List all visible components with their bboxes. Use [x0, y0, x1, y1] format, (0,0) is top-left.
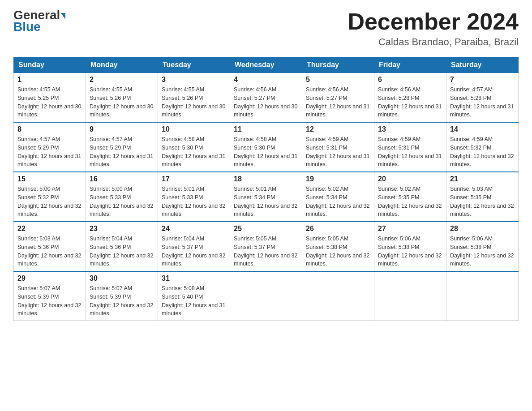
calendar-day-cell: 9 Sunrise: 4:57 AMSunset: 5:29 PMDayligh… [86, 122, 158, 172]
calendar-day-cell: 1 Sunrise: 4:55 AMSunset: 5:25 PMDayligh… [14, 73, 86, 123]
calendar-day-cell: 16 Sunrise: 5:00 AMSunset: 5:33 PMDaylig… [86, 172, 158, 222]
day-number: 3 [162, 76, 226, 84]
location-title: Caldas Brandao, Paraiba, Brazil [348, 36, 519, 48]
weekday-header-tuesday: Tuesday [158, 57, 230, 73]
day-number: 18 [234, 175, 298, 183]
day-info: Sunrise: 4:56 AMSunset: 5:27 PMDaylight:… [306, 86, 369, 118]
weekday-header-saturday: Saturday [446, 57, 519, 73]
day-info: Sunrise: 5:01 AMSunset: 5:34 PMDaylight:… [234, 186, 297, 217]
calendar-week-row: 1 Sunrise: 4:55 AMSunset: 5:25 PMDayligh… [14, 73, 519, 123]
calendar-day-cell: 2 Sunrise: 4:55 AMSunset: 5:26 PMDayligh… [86, 73, 158, 123]
day-info: Sunrise: 5:04 AMSunset: 5:37 PMDaylight:… [162, 235, 225, 267]
month-title: December 2024 [348, 9, 519, 34]
calendar-day-cell: 31 Sunrise: 5:08 AMSunset: 5:40 PMDaylig… [158, 271, 230, 321]
day-info: Sunrise: 5:00 AMSunset: 5:33 PMDaylight:… [90, 186, 153, 217]
day-number: 29 [17, 274, 82, 283]
logo: General Blue [13, 9, 65, 33]
calendar-day-cell: 11 Sunrise: 4:58 AMSunset: 5:30 PMDaylig… [230, 122, 302, 172]
day-info: Sunrise: 5:08 AMSunset: 5:40 PMDaylight:… [162, 285, 225, 317]
calendar-week-row: 29 Sunrise: 5:07 AMSunset: 5:39 PMDaylig… [14, 271, 519, 321]
day-info: Sunrise: 5:06 AMSunset: 5:38 PMDaylight:… [450, 235, 514, 267]
calendar-day-cell: 17 Sunrise: 5:01 AMSunset: 5:33 PMDaylig… [158, 172, 230, 222]
calendar-table: SundayMondayTuesdayWednesdayThursdayFrid… [13, 57, 519, 321]
calendar-day-cell: 27 Sunrise: 5:06 AMSunset: 5:38 PMDaylig… [374, 222, 446, 271]
day-info: Sunrise: 4:57 AMSunset: 5:29 PMDaylight:… [90, 136, 153, 167]
day-info: Sunrise: 4:57 AMSunset: 5:29 PMDaylight:… [17, 136, 81, 167]
weekday-header-row: SundayMondayTuesdayWednesdayThursdayFrid… [14, 57, 519, 73]
day-info: Sunrise: 5:03 AMSunset: 5:36 PMDaylight:… [17, 235, 81, 267]
title-block: December 2024 Caldas Brandao, Paraiba, B… [348, 9, 519, 48]
calendar-day-cell: 4 Sunrise: 4:56 AMSunset: 5:27 PMDayligh… [230, 73, 302, 123]
logo-blue-text: Blue [13, 21, 41, 33]
day-info: Sunrise: 4:55 AMSunset: 5:26 PMDaylight:… [162, 86, 225, 118]
weekday-header-wednesday: Wednesday [230, 57, 302, 73]
calendar-day-cell: 29 Sunrise: 5:07 AMSunset: 5:39 PMDaylig… [14, 271, 86, 321]
weekday-header-sunday: Sunday [14, 57, 86, 73]
day-number: 2 [90, 76, 154, 84]
day-number: 8 [17, 125, 82, 133]
calendar-day-cell: 24 Sunrise: 5:04 AMSunset: 5:37 PMDaylig… [158, 222, 230, 271]
day-info: Sunrise: 5:07 AMSunset: 5:39 PMDaylight:… [90, 285, 153, 317]
day-number: 11 [234, 125, 298, 133]
day-info: Sunrise: 5:00 AMSunset: 5:32 PMDaylight:… [17, 186, 81, 217]
calendar-week-row: 22 Sunrise: 5:03 AMSunset: 5:36 PMDaylig… [14, 222, 519, 271]
day-number: 23 [90, 225, 154, 233]
calendar-day-cell: 22 Sunrise: 5:03 AMSunset: 5:36 PMDaylig… [14, 222, 86, 271]
page-header: General Blue December 2024 Caldas Branda… [13, 9, 519, 48]
calendar-day-cell: 28 Sunrise: 5:06 AMSunset: 5:38 PMDaylig… [446, 222, 519, 271]
calendar-week-row: 15 Sunrise: 5:00 AMSunset: 5:32 PMDaylig… [14, 172, 519, 222]
day-info: Sunrise: 5:01 AMSunset: 5:33 PMDaylight:… [162, 186, 225, 217]
day-info: Sunrise: 5:05 AMSunset: 5:37 PMDaylight:… [234, 235, 297, 267]
day-number: 6 [378, 76, 442, 84]
day-info: Sunrise: 5:07 AMSunset: 5:39 PMDaylight:… [17, 285, 81, 317]
weekday-header-friday: Friday [374, 57, 446, 73]
calendar-day-cell: 30 Sunrise: 5:07 AMSunset: 5:39 PMDaylig… [86, 271, 158, 321]
day-number: 26 [306, 225, 370, 233]
day-number: 25 [234, 225, 298, 233]
day-info: Sunrise: 4:56 AMSunset: 5:27 PMDaylight:… [234, 86, 297, 118]
day-info: Sunrise: 5:06 AMSunset: 5:38 PMDaylight:… [378, 235, 442, 267]
day-number: 21 [450, 175, 515, 183]
day-info: Sunrise: 4:55 AMSunset: 5:26 PMDaylight:… [90, 86, 153, 118]
day-number: 10 [162, 125, 226, 133]
day-number: 1 [17, 76, 82, 84]
day-info: Sunrise: 5:04 AMSunset: 5:36 PMDaylight:… [90, 235, 153, 267]
day-info: Sunrise: 4:59 AMSunset: 5:31 PMDaylight:… [378, 136, 442, 167]
calendar-day-cell [374, 271, 446, 321]
day-number: 12 [306, 125, 370, 133]
day-number: 13 [378, 125, 442, 133]
calendar-day-cell: 8 Sunrise: 4:57 AMSunset: 5:29 PMDayligh… [14, 122, 86, 172]
calendar-week-row: 8 Sunrise: 4:57 AMSunset: 5:29 PMDayligh… [14, 122, 519, 172]
day-number: 27 [378, 225, 442, 233]
day-number: 17 [162, 175, 226, 183]
calendar-day-cell: 3 Sunrise: 4:55 AMSunset: 5:26 PMDayligh… [158, 73, 230, 123]
calendar-day-cell: 15 Sunrise: 5:00 AMSunset: 5:32 PMDaylig… [14, 172, 86, 222]
calendar-day-cell: 19 Sunrise: 5:02 AMSunset: 5:34 PMDaylig… [302, 172, 374, 222]
day-number: 28 [450, 225, 515, 233]
day-number: 15 [17, 175, 82, 183]
day-number: 5 [306, 76, 370, 84]
calendar-day-cell [230, 271, 302, 321]
day-info: Sunrise: 4:57 AMSunset: 5:28 PMDaylight:… [450, 86, 514, 118]
day-info: Sunrise: 4:58 AMSunset: 5:30 PMDaylight:… [162, 136, 225, 167]
day-info: Sunrise: 5:02 AMSunset: 5:34 PMDaylight:… [306, 186, 369, 217]
day-number: 16 [90, 175, 154, 183]
calendar-day-cell: 23 Sunrise: 5:04 AMSunset: 5:36 PMDaylig… [86, 222, 158, 271]
calendar-day-cell: 20 Sunrise: 5:02 AMSunset: 5:35 PMDaylig… [374, 172, 446, 222]
day-number: 14 [450, 125, 515, 133]
calendar-day-cell: 14 Sunrise: 4:59 AMSunset: 5:32 PMDaylig… [446, 122, 519, 172]
weekday-header-thursday: Thursday [302, 57, 374, 73]
weekday-header-monday: Monday [86, 57, 158, 73]
calendar-day-cell: 10 Sunrise: 4:58 AMSunset: 5:30 PMDaylig… [158, 122, 230, 172]
day-number: 30 [90, 274, 154, 283]
day-info: Sunrise: 4:56 AMSunset: 5:28 PMDaylight:… [378, 86, 442, 118]
calendar-day-cell: 21 Sunrise: 5:03 AMSunset: 5:35 PMDaylig… [446, 172, 519, 222]
day-info: Sunrise: 5:03 AMSunset: 5:35 PMDaylight:… [450, 186, 514, 217]
calendar-day-cell: 6 Sunrise: 4:56 AMSunset: 5:28 PMDayligh… [374, 73, 446, 123]
day-info: Sunrise: 4:55 AMSunset: 5:25 PMDaylight:… [17, 86, 81, 118]
day-number: 4 [234, 76, 298, 84]
day-number: 7 [450, 76, 515, 84]
day-number: 19 [306, 175, 370, 183]
calendar-day-cell: 18 Sunrise: 5:01 AMSunset: 5:34 PMDaylig… [230, 172, 302, 222]
calendar-day-cell: 13 Sunrise: 4:59 AMSunset: 5:31 PMDaylig… [374, 122, 446, 172]
